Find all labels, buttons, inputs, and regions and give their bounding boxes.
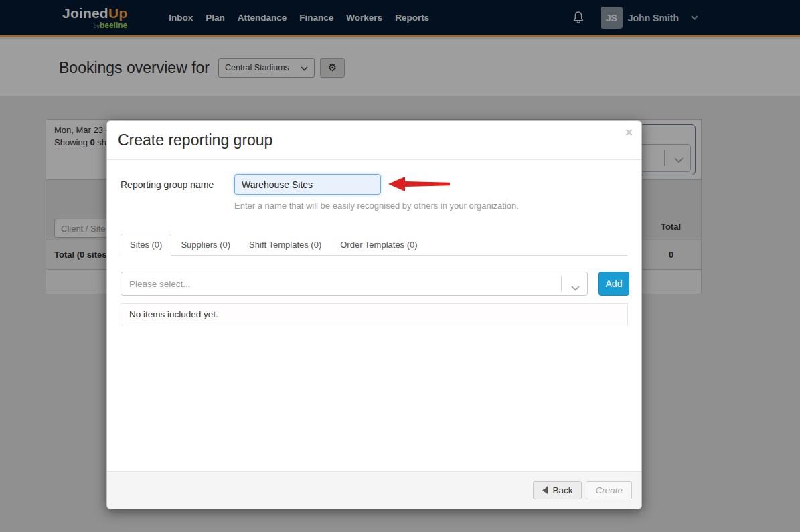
divider [107, 159, 641, 160]
close-icon[interactable]: × [625, 125, 633, 141]
modal-footer: Back Create [107, 471, 641, 509]
create-reporting-group-modal: Create reporting group × Reporting group… [106, 120, 642, 509]
empty-items-message: No items included yet. [129, 309, 218, 319]
footer-buttons: Back Create [533, 481, 632, 499]
create-button[interactable]: Create [586, 481, 632, 499]
items-select-placeholder: Please select... [129, 279, 587, 289]
modal-title: Create reporting group [118, 131, 272, 149]
divider [561, 276, 562, 291]
chevron-left-icon [542, 486, 548, 494]
add-button[interactable]: Add [598, 272, 629, 296]
red-arrow-annotation [387, 175, 451, 193]
modal-tabs: Sites (0) Suppliers (0) Shift Templates … [121, 234, 627, 256]
tab-suppliers[interactable]: Suppliers (0) [171, 234, 240, 256]
tab-order-templates[interactable]: Order Templates (0) [331, 234, 426, 256]
items-select[interactable]: Please select... [121, 272, 588, 296]
name-helper-text: Enter a name that will be easily recogni… [234, 201, 519, 211]
back-button[interactable]: Back [533, 481, 582, 499]
tab-shift-templates[interactable]: Shift Templates (0) [240, 234, 331, 256]
chevron-down-icon [571, 282, 580, 294]
reporting-group-name-input[interactable] [234, 174, 381, 195]
empty-items-box: No items included yet. [121, 303, 628, 325]
tab-sites[interactable]: Sites (0) [121, 234, 171, 256]
reporting-group-name-label: Reporting group name [121, 179, 214, 190]
back-button-label: Back [552, 485, 572, 495]
